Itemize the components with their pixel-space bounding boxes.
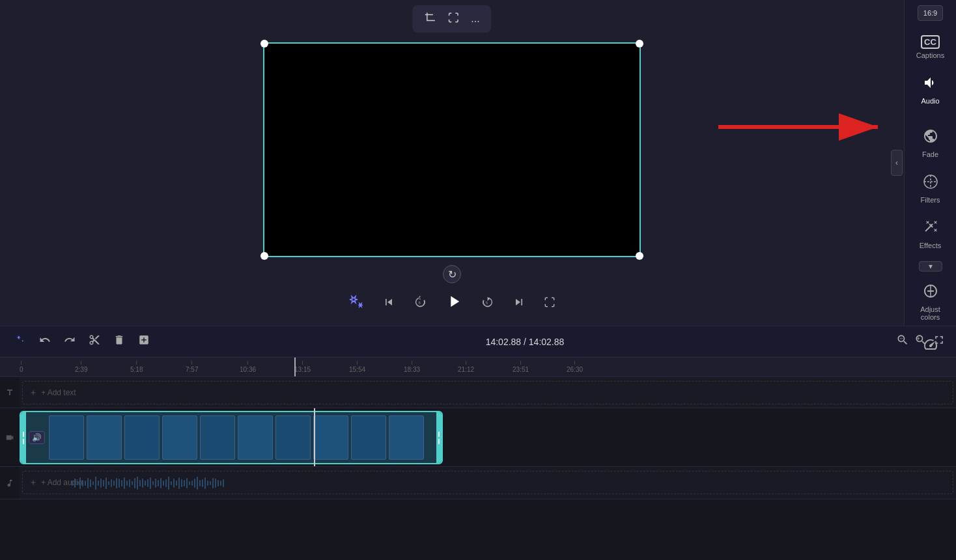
audio-track-icon xyxy=(0,479,20,488)
undo-button[interactable] xyxy=(35,331,55,352)
timeline-time-display: 14:02.88 / 14:02.88 xyxy=(159,337,891,347)
panel-item-fade[interactable]: Fade xyxy=(908,122,953,165)
captions-icon: CC xyxy=(921,35,940,49)
svg-text:5: 5 xyxy=(486,301,488,305)
fullscreen-button[interactable] xyxy=(541,294,558,314)
audio-icon xyxy=(923,75,938,94)
adjust-colors-icon xyxy=(923,283,938,303)
crop-button[interactable] xyxy=(420,9,440,29)
timeline-tracks: 0 2:39 5:18 7:57 10:36 13:15 15:54 18:33… xyxy=(0,357,956,560)
text-track: + Add text xyxy=(0,377,956,408)
text-track-content: + Add text xyxy=(20,377,956,408)
cut-button[interactable] xyxy=(85,331,104,352)
panel-chevron-down[interactable]: ▾ xyxy=(919,261,942,272)
rotate-handle[interactable]: ↻ xyxy=(443,265,461,283)
panel-item-filters[interactable]: Filters xyxy=(908,167,953,210)
timeline-section: 14:02.88 / 14:02.88 0 xyxy=(0,326,956,560)
timeline-ruler: 0 2:39 5:18 7:57 10:36 13:15 15:54 18:33… xyxy=(0,357,956,377)
audio-track: + Add audio xyxy=(0,467,956,499)
video-track-row: 🔊 xyxy=(0,408,956,467)
rewind-button[interactable]: 5 xyxy=(411,293,429,315)
audio-badge: 🔊 xyxy=(29,431,45,444)
captions-label: Captions xyxy=(916,51,944,59)
speed-icon xyxy=(923,337,938,356)
video-toolbar: ... xyxy=(412,5,491,33)
resize-button[interactable] xyxy=(443,9,463,29)
panel-item-effects[interactable]: Effects xyxy=(908,213,953,256)
more-button[interactable]: ... xyxy=(467,10,483,27)
panel-item-audio[interactable]: Audio xyxy=(908,68,953,111)
text-track-icon xyxy=(0,388,20,397)
handle-top-left[interactable] xyxy=(260,40,268,48)
delete-button[interactable] xyxy=(109,331,129,352)
ai-enhance-button[interactable] xyxy=(346,292,367,316)
panel-item-captions[interactable]: CC Captions xyxy=(908,29,953,66)
clip-handle-right[interactable] xyxy=(436,412,442,463)
panel-item-adjust-colors[interactable]: Adjust colors xyxy=(908,277,953,328)
redo-button[interactable] xyxy=(60,331,79,352)
effects-icon xyxy=(923,219,938,239)
filters-label: Filters xyxy=(921,196,940,204)
forward-button[interactable]: 5 xyxy=(479,293,497,315)
fade-icon xyxy=(923,128,938,148)
timeline-toolbar: 14:02.88 / 14:02.88 xyxy=(0,326,956,357)
video-section: ... ↻ xyxy=(0,0,904,326)
handle-top-right[interactable] xyxy=(636,40,643,48)
filters-icon xyxy=(923,174,938,193)
effects-label: Effects xyxy=(920,242,941,249)
add-text-button[interactable]: + Add text xyxy=(22,381,953,404)
playhead-line xyxy=(314,408,315,466)
collapse-panel-button[interactable]: ‹ xyxy=(891,150,903,176)
add-button[interactable] xyxy=(134,331,154,352)
audio-label: Audio xyxy=(921,97,939,105)
handle-bottom-right[interactable] xyxy=(636,252,643,260)
video-preview-container: ↻ xyxy=(263,42,641,257)
clip-handle-left[interactable] xyxy=(21,412,26,463)
video-track-icon xyxy=(0,408,20,466)
svg-text:5: 5 xyxy=(419,301,421,305)
right-panel: 16:9 CC Captions Audio Fade xyxy=(904,0,956,326)
adjust-colors-label: Adjust colors xyxy=(911,305,950,321)
waveform-display xyxy=(20,467,956,499)
skip-start-button[interactable] xyxy=(380,293,398,315)
video-preview xyxy=(263,42,641,257)
fade-label: Fade xyxy=(922,150,938,158)
playback-controls: 5 5 xyxy=(346,290,558,318)
handle-bottom-left[interactable] xyxy=(260,252,268,260)
aspect-ratio-button[interactable]: 16:9 xyxy=(918,5,943,21)
skip-end-button[interactable] xyxy=(510,293,528,315)
play-button[interactable] xyxy=(442,290,466,318)
video-clip[interactable]: 🔊 xyxy=(20,411,443,464)
zoom-out-button[interactable] xyxy=(896,333,909,350)
ai-tools-button[interactable] xyxy=(10,331,30,352)
audio-track-content: + Add audio xyxy=(20,467,956,499)
film-strip xyxy=(48,412,436,463)
